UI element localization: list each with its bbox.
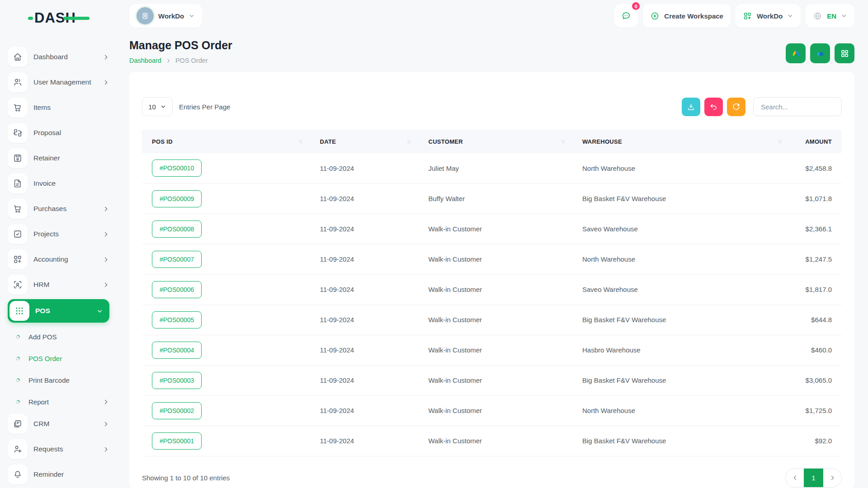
pos-id-badge[interactable]: #POS00010 xyxy=(152,160,202,177)
cell-customer: Walk-in Customer xyxy=(418,274,572,305)
sidebar-item-dashboard[interactable]: Dashboard xyxy=(8,46,109,68)
table-row: #POS00008 11-09-2024 Walk-in Customer Sa… xyxy=(142,214,842,244)
pos-id-badge[interactable]: #POS00009 xyxy=(152,190,202,207)
cell-date: 11-09-2024 xyxy=(310,335,419,365)
pos-id-badge[interactable]: #POS00001 xyxy=(152,432,202,450)
pos-id-badge[interactable]: #POS00002 xyxy=(152,402,202,419)
sidebar-item-reminder[interactable]: Reminder xyxy=(8,464,109,485)
sidebar: DASH Dashboard User Management Items Pro… xyxy=(0,0,118,488)
company-menu-label: WorkDo xyxy=(757,12,783,20)
sidebar-subitem-add-pos[interactable]: Add POS xyxy=(8,328,109,346)
sidebar-item-invoice[interactable]: Invoice xyxy=(8,173,109,194)
header-date[interactable]: DATE↑↓ xyxy=(310,130,419,153)
chevron-down-icon xyxy=(841,13,847,19)
sidebar-item-pos[interactable]: POS xyxy=(8,299,109,323)
entries-per-page-select[interactable]: 10 xyxy=(142,97,173,116)
sidebar-item-crm[interactable]: CRM xyxy=(8,413,109,435)
sidebar-item-label: Items xyxy=(33,103,109,112)
download-icon xyxy=(687,103,695,111)
sidebar-item-label: POS xyxy=(35,307,96,315)
pagination-next-button[interactable] xyxy=(823,469,841,487)
table-row: #POS00007 11-09-2024 Walk-in Customer No… xyxy=(142,244,842,274)
logo-dash-shape xyxy=(63,17,90,20)
sidebar-subitem-report[interactable]: Report xyxy=(8,393,109,411)
pos-order-card: 10 Entries Per Page POS ID↑↓ DATE↑↓ CUST… xyxy=(129,72,854,488)
header-warehouse[interactable]: WAREHOUSE↑↓ xyxy=(572,130,789,153)
chevron-right-icon xyxy=(829,474,836,481)
pos-id-badge[interactable]: #POS00004 xyxy=(152,342,202,359)
sidebar-item-label: CRM xyxy=(33,420,103,428)
sidebar-item-label: Proposal xyxy=(33,129,109,137)
cell-warehouse: Saveo Warehouse xyxy=(572,274,789,305)
cell-customer: Walk-in Customer xyxy=(418,426,572,456)
sidebar-item-purchases[interactable]: Purchases xyxy=(8,198,109,220)
bell-icon xyxy=(8,465,28,484)
language-selector[interactable]: EN xyxy=(806,4,854,28)
quick-actions xyxy=(786,43,854,63)
sidebar-item-user-management[interactable]: User Management xyxy=(8,71,109,93)
cell-date: 11-09-2024 xyxy=(310,244,419,274)
back-button[interactable] xyxy=(704,98,723,116)
export-button[interactable] xyxy=(682,98,700,116)
messages-button[interactable]: 0 xyxy=(614,4,638,28)
users-icon xyxy=(8,72,28,92)
sort-icon: ↑↓ xyxy=(778,138,781,145)
sidebar-item-proposal[interactable]: Proposal xyxy=(8,122,109,144)
workspace-switcher[interactable]: WorkDo xyxy=(129,4,202,28)
window-icon xyxy=(8,414,28,434)
sidebar-item-projects[interactable]: Projects xyxy=(8,223,109,245)
cell-customer: Walk-in Customer xyxy=(418,244,572,274)
sidebar-item-requests[interactable]: Requests xyxy=(8,438,109,460)
create-workspace-button[interactable]: Create Workspace xyxy=(643,4,731,28)
header-amount[interactable]: AMOUNT xyxy=(789,130,842,153)
entries-summary: Showing 1 to 10 of 10 entries xyxy=(142,474,230,482)
pagination-page-1[interactable]: 1 xyxy=(804,469,823,487)
cell-date: 11-09-2024 xyxy=(310,426,419,456)
sidebar-subitem-pos-order[interactable]: POS Order xyxy=(8,349,109,367)
sidebar-item-accounting[interactable]: Accounting xyxy=(8,249,109,270)
company-menu[interactable]: WorkDo xyxy=(736,4,801,28)
pos-id-badge[interactable]: #POS00006 xyxy=(152,281,202,298)
cell-warehouse: Big Basket F&V Warehouse xyxy=(572,183,789,214)
pos-id-badge[interactable]: #POS00003 xyxy=(152,372,202,389)
sidebar-item-items[interactable]: Items xyxy=(8,97,109,118)
breadcrumb-current: POS Order xyxy=(175,57,208,64)
pos-id-badge[interactable]: #POS00007 xyxy=(152,251,202,268)
cell-amount: $1,247.5 xyxy=(789,244,842,274)
cell-amount: $2,366.1 xyxy=(789,214,842,244)
cell-customer: Juliet May xyxy=(418,153,572,183)
onedrive-button[interactable] xyxy=(810,43,830,63)
google-drive-icon xyxy=(791,49,801,58)
sidebar-subitem-print-barcode[interactable]: Print Barcode xyxy=(8,371,109,389)
google-drive-button[interactable] xyxy=(786,43,806,63)
sidebar-subitem-label: POS Order xyxy=(28,355,109,362)
pos-id-badge[interactable]: #POS00005 xyxy=(152,311,202,328)
chevron-right-icon xyxy=(103,206,109,212)
chevron-left-icon xyxy=(792,474,798,481)
chevron-down-icon xyxy=(160,103,166,110)
onedrive-icon xyxy=(816,49,825,58)
logo-dot-shape xyxy=(28,17,33,20)
brand-logo[interactable]: DASH xyxy=(28,9,91,27)
breadcrumb-dashboard-link[interactable]: Dashboard xyxy=(129,57,161,64)
search-input[interactable] xyxy=(753,97,842,116)
create-workspace-label: Create Workspace xyxy=(664,12,723,20)
sidebar-subitem-label: Report xyxy=(28,398,103,406)
checkbox-icon xyxy=(8,224,28,244)
chevron-right-icon xyxy=(103,256,109,263)
sidebar-item-hrm[interactable]: HRM xyxy=(8,274,109,296)
chevron-down-icon xyxy=(189,13,195,19)
sidebar-item-retainer[interactable]: Retainer xyxy=(8,147,109,169)
header-pos-id[interactable]: POS ID↑↓ xyxy=(142,130,310,153)
reset-button[interactable] xyxy=(727,98,745,116)
pos-id-badge[interactable]: #POS00008 xyxy=(152,221,202,238)
table-toolbar: 10 Entries Per Page xyxy=(142,97,842,116)
grid-view-button[interactable] xyxy=(835,43,854,63)
pagination-prev-button[interactable] xyxy=(786,469,804,487)
cell-warehouse: North Warehouse xyxy=(572,395,789,426)
language-code: EN xyxy=(827,12,836,20)
cell-date: 11-09-2024 xyxy=(310,214,419,244)
bullet-icon xyxy=(15,377,21,383)
cell-amount: $1,725.0 xyxy=(789,395,842,426)
header-customer[interactable]: CUSTOMER↑↓ xyxy=(418,130,572,153)
